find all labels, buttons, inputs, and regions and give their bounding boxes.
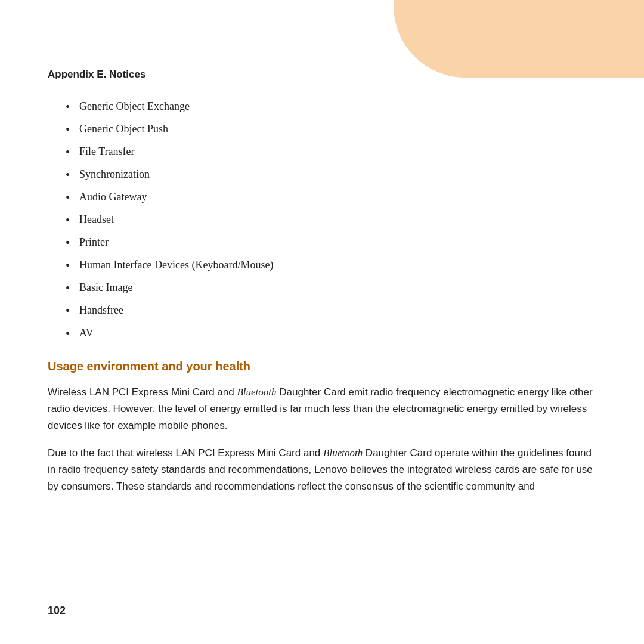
list-item: Generic Object Exchange (48, 98, 596, 115)
section-header: Appendix E. Notices (48, 69, 596, 80)
paragraph-2: Due to the fact that wireless LAN PCI Ex… (48, 445, 596, 495)
list-item: Printer (48, 234, 596, 251)
list-item: Handsfree (48, 302, 596, 319)
list-item: Human Interface Devices (Keyboard/Mouse) (48, 257, 596, 274)
bluetooth-text: Bluetooth (237, 386, 276, 398)
bluetooth-text: Bluetooth (323, 447, 363, 459)
paragraph-1: Wireless LAN PCI Express Mini Card and B… (48, 384, 596, 434)
list-item: Headset (48, 212, 596, 228)
list-item: Generic Object Push (48, 121, 596, 138)
bullet-list: Generic Object ExchangeGeneric Object Pu… (48, 98, 596, 342)
list-item: File Transfer (48, 144, 596, 160)
list-item: Audio Gateway (48, 189, 596, 206)
page-number: 102 (48, 605, 66, 617)
list-item: Synchronization (48, 166, 596, 183)
list-item: AV (48, 325, 596, 342)
subsection-title: Usage environment and your health (48, 360, 596, 373)
list-item: Basic Image (48, 280, 596, 296)
